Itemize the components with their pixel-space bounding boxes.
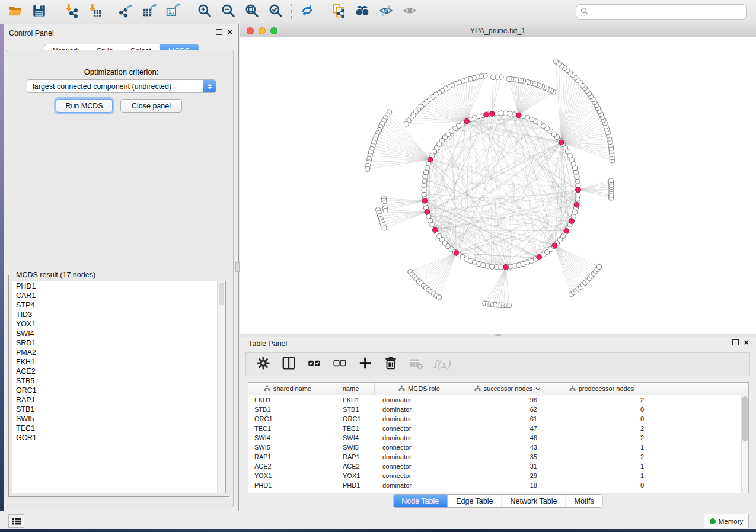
- network-node[interactable]: [365, 166, 370, 171]
- mcds-result-item[interactable]: GCR1: [12, 433, 225, 443]
- memory-button[interactable]: Memory: [704, 514, 749, 528]
- mcds-hub-node[interactable]: [537, 255, 542, 260]
- import-table-button[interactable]: [82, 2, 106, 22]
- deselect-all-button[interactable]: [332, 357, 347, 372]
- network-node[interactable]: [481, 262, 486, 267]
- network-node[interactable]: [422, 192, 426, 197]
- task-history-button[interactable]: [8, 514, 24, 528]
- network-node[interactable]: [507, 303, 512, 307]
- mcds-hub-node[interactable]: [454, 251, 459, 256]
- zoom-out-button[interactable]: [216, 2, 240, 22]
- table-row[interactable]: TEC1TEC1connector472: [248, 424, 748, 433]
- network-node[interactable]: [404, 121, 409, 126]
- mcds-result-item[interactable]: SWI5: [12, 414, 225, 424]
- mcds-result-item[interactable]: YOX1: [12, 319, 225, 329]
- network-node[interactable]: [422, 179, 427, 184]
- network-node[interactable]: [499, 265, 503, 270]
- network-node[interactable]: [503, 111, 508, 116]
- refresh-network-button[interactable]: [295, 2, 319, 22]
- network-canvas[interactable]: [240, 37, 756, 334]
- network-node[interactable]: [494, 265, 499, 270]
- network-node[interactable]: [575, 197, 580, 201]
- mcds-hub-node[interactable]: [484, 112, 489, 117]
- network-node[interactable]: [423, 170, 428, 175]
- mcds-result-item[interactable]: PMA2: [12, 348, 225, 357]
- export-network-button[interactable]: [114, 2, 138, 22]
- network-graph[interactable]: [240, 37, 756, 334]
- mcds-result-list[interactable]: PHD1CAR1STP4TID3YOX1SWI4SRD1PMA2FKH1ACE2…: [12, 281, 226, 493]
- columns-button[interactable]: [281, 357, 296, 372]
- table-row[interactable]: RAP1RAP1dominator352: [248, 452, 748, 462]
- tab-motifs[interactable]: Motifs: [565, 495, 602, 507]
- search-input[interactable]: [591, 7, 746, 17]
- close-panel-button[interactable]: Close panel: [120, 99, 182, 113]
- mcds-hub-node[interactable]: [552, 243, 557, 248]
- save-session-button[interactable]: [27, 2, 51, 22]
- network-node[interactable]: [508, 111, 512, 116]
- mcds-result-item[interactable]: PHD1: [12, 281, 225, 291]
- mcds-result-item[interactable]: ACE2: [12, 367, 225, 376]
- mcds-result-item[interactable]: SWI4: [12, 329, 225, 338]
- zoom-fit-button[interactable]: [240, 2, 264, 22]
- gear-button[interactable]: [256, 357, 271, 372]
- mcds-result-item[interactable]: TEC1: [12, 424, 225, 433]
- clone-network-button[interactable]: [327, 2, 350, 22]
- column-header-successor-nodes[interactable]: successor nodes: [464, 383, 551, 395]
- table-row[interactable]: YOX1YOX1connector291: [248, 471, 748, 480]
- network-node[interactable]: [383, 208, 388, 213]
- table-row[interactable]: STB1STB1dominator620: [248, 405, 748, 414]
- column-header-name[interactable]: name: [327, 383, 375, 395]
- mcds-hub-node[interactable]: [559, 140, 564, 145]
- mcds-result-item[interactable]: SRD1: [12, 338, 225, 348]
- mcds-result-item[interactable]: RAP1: [12, 395, 225, 405]
- tab-node-table[interactable]: Node Table: [393, 495, 447, 507]
- network-node[interactable]: [512, 264, 516, 268]
- mcds-hub-node[interactable]: [576, 187, 581, 193]
- column-header-shared-name[interactable]: shared name: [248, 383, 327, 395]
- table-row[interactable]: SWI5SWI5connector431: [248, 443, 748, 452]
- tab-edge-table[interactable]: Edge Table: [447, 495, 501, 507]
- table-row[interactable]: PHD1PHD1dominator180: [248, 480, 748, 490]
- mcds-result-item[interactable]: ORC1: [12, 386, 225, 395]
- table-scrollbar[interactable]: [741, 395, 748, 493]
- select-all-button[interactable]: [307, 357, 322, 372]
- mcds-result-item[interactable]: STB5: [12, 376, 225, 386]
- mcds-result-item[interactable]: STP4: [12, 300, 225, 310]
- mcds-hub-node[interactable]: [422, 198, 428, 204]
- network-node[interactable]: [553, 59, 558, 64]
- criterion-select[interactable]: largest connected component (undirected): [27, 79, 216, 93]
- close-icon[interactable]: ×: [227, 29, 232, 35]
- mcds-result-item[interactable]: FKH1: [12, 357, 225, 367]
- network-node[interactable]: [423, 174, 428, 179]
- export-table-button[interactable]: [138, 2, 161, 22]
- network-node[interactable]: [608, 178, 613, 183]
- float-icon[interactable]: [216, 29, 222, 35]
- zoom-in-button[interactable]: [193, 2, 216, 22]
- delete-button[interactable]: [383, 357, 398, 372]
- mcds-result-item[interactable]: CAR1: [12, 291, 225, 300]
- network-node[interactable]: [596, 264, 601, 269]
- network-node[interactable]: [422, 188, 426, 193]
- table-row[interactable]: FKH1FKH1dominator962: [248, 395, 748, 405]
- mcds-hub-node[interactable]: [574, 203, 579, 208]
- zoom-traffic-light[interactable]: [270, 27, 277, 34]
- find-binoculars-button[interactable]: [350, 2, 374, 22]
- import-network-button[interactable]: [59, 2, 82, 22]
- zoom-selected-button[interactable]: [264, 2, 288, 22]
- mcds-hub-node[interactable]: [564, 228, 569, 233]
- table-row[interactable]: ORC1ORC1dominator610: [248, 414, 748, 424]
- mcds-hub-node[interactable]: [569, 219, 575, 224]
- network-node[interactable]: [490, 264, 495, 269]
- column-header-MCDS-role[interactable]: MCDS role: [375, 383, 464, 395]
- network-node[interactable]: [485, 264, 490, 268]
- add-button[interactable]: [358, 357, 373, 372]
- network-window-titlebar[interactable]: YPA_prune.txt_1: [240, 24, 756, 37]
- column-header-predecessor-nodes[interactable]: predecessor nodes: [551, 383, 652, 395]
- close-traffic-light[interactable]: [247, 27, 254, 34]
- table-row[interactable]: ACE2ACE2connector311: [248, 462, 748, 471]
- minimize-traffic-light[interactable]: [259, 27, 266, 34]
- close-icon[interactable]: ×: [744, 339, 749, 345]
- mcds-hub-node[interactable]: [432, 227, 438, 233]
- network-node[interactable]: [575, 179, 580, 184]
- mcds-hub-node[interactable]: [425, 209, 430, 214]
